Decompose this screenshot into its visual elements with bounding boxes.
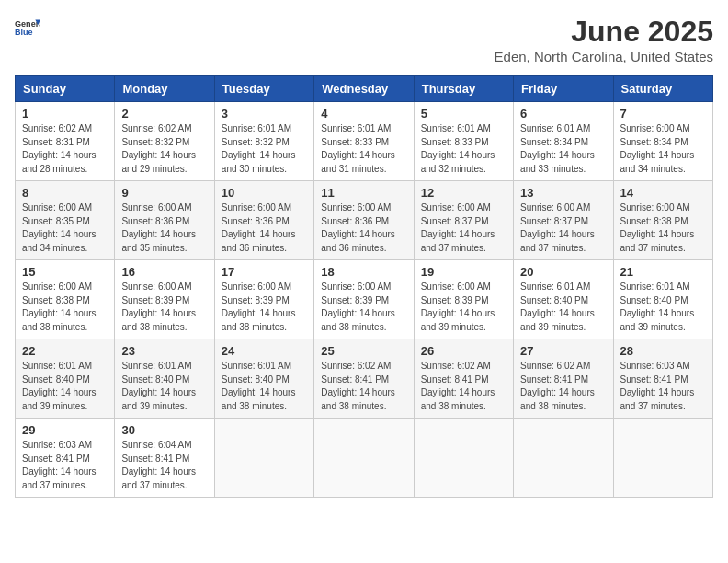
day-number: 18 <box>321 265 406 279</box>
day-info: Sunrise: 6:00 AMSunset: 8:38 PMDaylight:… <box>22 281 108 334</box>
calendar-week: 8Sunrise: 6:00 AMSunset: 8:35 PMDaylight… <box>16 181 713 260</box>
main-title: June 2025 <box>495 15 713 49</box>
day-number: 5 <box>421 107 506 121</box>
day-info: Sunrise: 6:01 AMSunset: 8:34 PMDaylight:… <box>520 122 606 176</box>
day-info: Sunrise: 6:03 AMSunset: 8:41 PMDaylight:… <box>22 439 108 492</box>
calendar-cell <box>514 419 613 498</box>
day-info: Sunrise: 6:01 AMSunset: 8:33 PMDaylight:… <box>321 122 406 176</box>
calendar-cell: 23Sunrise: 6:01 AMSunset: 8:40 PMDayligh… <box>115 339 214 419</box>
day-number: 21 <box>620 265 706 279</box>
calendar: SundayMondayTuesdayWednesdayThursdayFrid… <box>15 75 713 498</box>
calendar-cell: 2Sunrise: 6:02 AMSunset: 8:32 PMDaylight… <box>115 102 214 181</box>
day-info: Sunrise: 6:01 AMSunset: 8:40 PMDaylight:… <box>620 281 706 334</box>
day-number: 3 <box>222 107 307 121</box>
subtitle: Eden, North Carolina, United States <box>495 49 713 64</box>
calendar-cell: 15Sunrise: 6:00 AMSunset: 8:38 PMDayligh… <box>16 260 115 339</box>
day-number: 23 <box>121 344 207 358</box>
calendar-cell <box>414 419 513 498</box>
calendar-cell: 20Sunrise: 6:01 AMSunset: 8:40 PMDayligh… <box>514 260 613 339</box>
header-day: Friday <box>514 76 613 102</box>
header: General Blue June 2025 Eden, North Carol… <box>15 15 713 64</box>
day-info: Sunrise: 6:01 AMSunset: 8:40 PMDaylight:… <box>22 360 108 413</box>
calendar-cell <box>314 419 414 498</box>
day-info: Sunrise: 6:00 AMSunset: 8:38 PMDaylight:… <box>620 201 706 255</box>
calendar-cell <box>613 419 712 498</box>
day-number: 15 <box>22 265 108 279</box>
logo: General Blue <box>15 15 40 40</box>
calendar-week: 29Sunrise: 6:03 AMSunset: 8:41 PMDayligh… <box>16 419 713 498</box>
day-info: Sunrise: 6:00 AMSunset: 8:36 PMDaylight:… <box>121 201 207 255</box>
calendar-cell: 3Sunrise: 6:01 AMSunset: 8:32 PMDaylight… <box>214 102 313 181</box>
title-area: June 2025 Eden, North Carolina, United S… <box>495 15 713 64</box>
day-info: Sunrise: 6:01 AMSunset: 8:33 PMDaylight:… <box>421 122 506 176</box>
header-day: Monday <box>115 76 214 102</box>
day-number: 27 <box>520 344 606 358</box>
day-number: 6 <box>520 107 606 121</box>
calendar-cell: 12Sunrise: 6:00 AMSunset: 8:37 PMDayligh… <box>414 181 513 260</box>
day-info: Sunrise: 6:02 AMSunset: 8:31 PMDaylight:… <box>22 122 108 176</box>
day-number: 13 <box>520 186 606 200</box>
day-number: 1 <box>22 107 108 121</box>
calendar-cell: 9Sunrise: 6:00 AMSunset: 8:36 PMDaylight… <box>115 181 214 260</box>
calendar-cell: 7Sunrise: 6:00 AMSunset: 8:34 PMDaylight… <box>613 102 712 181</box>
calendar-cell: 25Sunrise: 6:02 AMSunset: 8:41 PMDayligh… <box>314 339 414 419</box>
day-info: Sunrise: 6:00 AMSunset: 8:39 PMDaylight:… <box>321 281 406 334</box>
day-number: 2 <box>121 107 207 121</box>
day-number: 12 <box>421 186 506 200</box>
calendar-cell: 11Sunrise: 6:00 AMSunset: 8:36 PMDayligh… <box>314 181 414 260</box>
calendar-cell: 16Sunrise: 6:00 AMSunset: 8:39 PMDayligh… <box>115 260 214 339</box>
calendar-cell: 5Sunrise: 6:01 AMSunset: 8:33 PMDaylight… <box>414 102 513 181</box>
day-info: Sunrise: 6:02 AMSunset: 8:41 PMDaylight:… <box>421 360 506 413</box>
day-number: 11 <box>321 186 406 200</box>
calendar-cell: 27Sunrise: 6:02 AMSunset: 8:41 PMDayligh… <box>514 339 613 419</box>
calendar-cell: 4Sunrise: 6:01 AMSunset: 8:33 PMDaylight… <box>314 102 414 181</box>
day-info: Sunrise: 6:01 AMSunset: 8:32 PMDaylight:… <box>222 122 307 176</box>
day-number: 8 <box>22 186 108 200</box>
day-number: 30 <box>121 423 207 437</box>
day-number: 9 <box>121 186 207 200</box>
day-number: 29 <box>22 423 108 437</box>
day-info: Sunrise: 6:00 AMSunset: 8:37 PMDaylight:… <box>520 201 606 255</box>
day-info: Sunrise: 6:00 AMSunset: 8:39 PMDaylight:… <box>121 281 207 334</box>
day-info: Sunrise: 6:00 AMSunset: 8:36 PMDaylight:… <box>321 201 406 255</box>
day-number: 24 <box>222 344 307 358</box>
calendar-cell: 21Sunrise: 6:01 AMSunset: 8:40 PMDayligh… <box>613 260 712 339</box>
calendar-week: 15Sunrise: 6:00 AMSunset: 8:38 PMDayligh… <box>16 260 713 339</box>
logo-icon: General Blue <box>15 15 40 40</box>
calendar-body: 1Sunrise: 6:02 AMSunset: 8:31 PMDaylight… <box>16 102 713 498</box>
header-day: Thursday <box>414 76 513 102</box>
header-day: Saturday <box>613 76 712 102</box>
calendar-cell: 18Sunrise: 6:00 AMSunset: 8:39 PMDayligh… <box>314 260 414 339</box>
calendar-cell: 8Sunrise: 6:00 AMSunset: 8:35 PMDaylight… <box>16 181 115 260</box>
day-info: Sunrise: 6:04 AMSunset: 8:41 PMDaylight:… <box>121 439 207 492</box>
calendar-cell: 17Sunrise: 6:00 AMSunset: 8:39 PMDayligh… <box>214 260 313 339</box>
day-info: Sunrise: 6:00 AMSunset: 8:37 PMDaylight:… <box>421 201 506 255</box>
calendar-cell: 6Sunrise: 6:01 AMSunset: 8:34 PMDaylight… <box>514 102 613 181</box>
day-number: 10 <box>222 186 307 200</box>
calendar-header: SundayMondayTuesdayWednesdayThursdayFrid… <box>16 76 713 102</box>
day-info: Sunrise: 6:02 AMSunset: 8:32 PMDaylight:… <box>121 122 207 176</box>
day-info: Sunrise: 6:00 AMSunset: 8:39 PMDaylight:… <box>421 281 506 334</box>
day-number: 4 <box>321 107 406 121</box>
svg-text:Blue: Blue <box>15 28 33 37</box>
calendar-cell: 13Sunrise: 6:00 AMSunset: 8:37 PMDayligh… <box>514 181 613 260</box>
calendar-week: 22Sunrise: 6:01 AMSunset: 8:40 PMDayligh… <box>16 339 713 419</box>
header-day: Sunday <box>16 76 115 102</box>
calendar-cell: 19Sunrise: 6:00 AMSunset: 8:39 PMDayligh… <box>414 260 513 339</box>
day-info: Sunrise: 6:02 AMSunset: 8:41 PMDaylight:… <box>520 360 606 413</box>
day-info: Sunrise: 6:02 AMSunset: 8:41 PMDaylight:… <box>321 360 406 413</box>
day-number: 14 <box>620 186 706 200</box>
day-info: Sunrise: 6:00 AMSunset: 8:39 PMDaylight:… <box>222 281 307 334</box>
day-number: 25 <box>321 344 406 358</box>
day-info: Sunrise: 6:03 AMSunset: 8:41 PMDaylight:… <box>620 360 706 413</box>
header-row: SundayMondayTuesdayWednesdayThursdayFrid… <box>16 76 713 102</box>
header-day: Tuesday <box>214 76 313 102</box>
day-number: 22 <box>22 344 108 358</box>
calendar-cell: 22Sunrise: 6:01 AMSunset: 8:40 PMDayligh… <box>16 339 115 419</box>
day-number: 26 <box>421 344 506 358</box>
calendar-cell: 28Sunrise: 6:03 AMSunset: 8:41 PMDayligh… <box>613 339 712 419</box>
day-info: Sunrise: 6:01 AMSunset: 8:40 PMDaylight:… <box>222 360 307 413</box>
day-info: Sunrise: 6:00 AMSunset: 8:34 PMDaylight:… <box>620 122 706 176</box>
calendar-cell: 24Sunrise: 6:01 AMSunset: 8:40 PMDayligh… <box>214 339 313 419</box>
calendar-cell: 10Sunrise: 6:00 AMSunset: 8:36 PMDayligh… <box>214 181 313 260</box>
